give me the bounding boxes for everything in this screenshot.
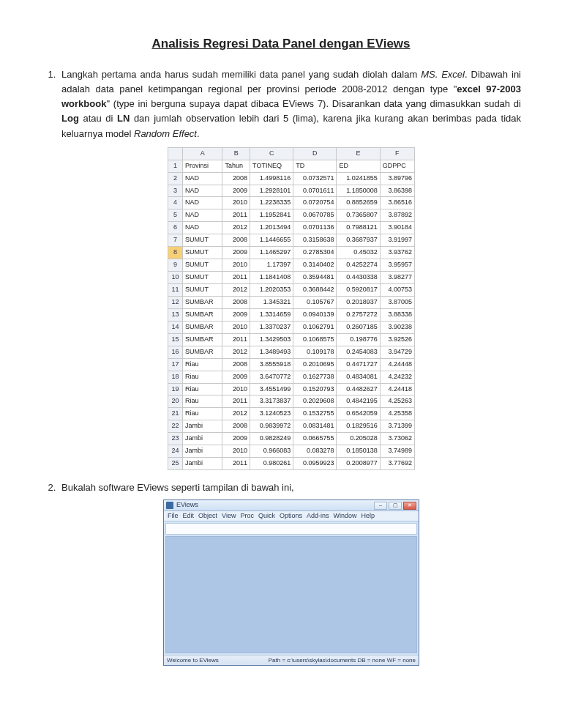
field-header: ED	[337, 160, 380, 172]
cell: 3.77692	[380, 458, 414, 470]
cell: 0.4482627	[337, 383, 380, 395]
excel-figure: ABCDEF 1ProvinsiTahunTOTINEQTDEDGDPPC2NA…	[168, 147, 415, 470]
cell: 0.4842195	[337, 395, 380, 408]
cell: 0.1532755	[293, 408, 337, 420]
cell: 0.0831481	[293, 420, 337, 433]
row-number: 22	[168, 420, 183, 433]
window-buttons: – ▢ ✕	[374, 502, 416, 510]
cell: 0.4834081	[337, 371, 380, 383]
cell: 4.24232	[380, 371, 414, 383]
menu-item[interactable]: Quick	[258, 511, 275, 521]
cell: 2011	[222, 209, 250, 222]
cell: 0.0670785	[293, 209, 337, 222]
cell: SUMUT	[183, 247, 222, 259]
cell: 0.7365807	[337, 209, 380, 222]
field-header: GDPPC	[380, 160, 414, 172]
cell: Riau	[183, 371, 222, 383]
cell: 3.87892	[380, 209, 414, 222]
cell: 2011	[222, 458, 250, 470]
cell: Riau	[183, 395, 222, 408]
column-header	[168, 147, 183, 160]
eviews-command-bar[interactable]	[165, 523, 417, 535]
cell: NAD	[183, 185, 222, 197]
menu-item[interactable]: File	[168, 511, 179, 521]
cell: 2010	[222, 383, 250, 395]
cell: 2009	[222, 308, 250, 321]
cell: 4.25358	[380, 408, 414, 420]
cell: 0.1520793	[293, 383, 337, 395]
row-number: 14	[168, 321, 183, 333]
cell: 1.2020353	[250, 284, 293, 297]
cell: 2008	[222, 234, 250, 247]
cell: 3.92526	[380, 333, 414, 346]
cell: 2012	[222, 284, 250, 297]
cell: Jambi	[183, 433, 222, 445]
menu-item[interactable]: Add-ins	[307, 511, 329, 521]
cell: 0.2454083	[337, 346, 380, 358]
status-right: Path = c:\users\skylas\documents DB = no…	[269, 656, 416, 665]
row-number: 11	[168, 284, 183, 297]
minimize-button[interactable]: –	[374, 502, 387, 510]
eviews-titlebar: EViews – ▢ ✕	[164, 500, 419, 511]
row-number: 16	[168, 346, 183, 358]
column-header: F	[380, 147, 414, 160]
field-header: Tahun	[222, 160, 250, 172]
cell: 3.4551499	[250, 383, 293, 395]
cell: 3.94729	[380, 346, 414, 358]
row-number: 6	[168, 222, 183, 234]
menu-item[interactable]: Window	[333, 511, 356, 521]
cell: Jambi	[183, 458, 222, 470]
row-number: 23	[168, 433, 183, 445]
menu-item[interactable]: Proc	[240, 511, 254, 521]
cell: 2008	[222, 358, 250, 371]
menu-item[interactable]: Options	[280, 511, 302, 521]
menu-item[interactable]: Object	[198, 511, 217, 521]
cell: 2010	[222, 321, 250, 333]
menu-item[interactable]: Help	[361, 511, 375, 521]
row-number: 12	[168, 296, 183, 308]
cell: SUMBAR	[183, 346, 222, 358]
cell: Jambi	[183, 445, 222, 458]
cell: 2011	[222, 272, 250, 284]
cell: 0.2018937	[337, 296, 380, 308]
cell: SUMBAR	[183, 308, 222, 321]
menu-item[interactable]: Edit	[183, 511, 195, 521]
cell: 0.2010695	[293, 358, 337, 371]
cell: Riau	[183, 408, 222, 420]
row-number: 25	[168, 458, 183, 470]
cell: 2009	[222, 247, 250, 259]
row-number: 24	[168, 445, 183, 458]
cell: 0.2029608	[293, 395, 337, 408]
cell: 4.24448	[380, 358, 414, 371]
maximize-button[interactable]: ▢	[389, 502, 402, 510]
cell: 3.93762	[380, 247, 414, 259]
column-header: D	[293, 147, 337, 160]
cell: 0.1627738	[293, 371, 337, 383]
cell: 0.0732571	[293, 172, 337, 185]
row-number: 20	[168, 395, 183, 408]
cell: 3.71399	[380, 420, 414, 433]
menu-item[interactable]: View	[222, 511, 236, 521]
cell: 2010	[222, 197, 250, 209]
cell: 1.3370237	[250, 321, 293, 333]
cell: 0.7988121	[337, 222, 380, 234]
cell: 2012	[222, 408, 250, 420]
cell: 3.98277	[380, 272, 414, 284]
row-number: 3	[168, 185, 183, 197]
cell: 0.0959923	[293, 458, 337, 470]
cell: 0.3140402	[293, 259, 337, 272]
step-2-text: Bukalah software EViews seperti tampilan…	[61, 482, 294, 493]
cell: 0.2785304	[293, 247, 337, 259]
cell: 1.3314659	[250, 308, 293, 321]
cell: 1.2928101	[250, 185, 293, 197]
step-1: Langkah pertama anda harus sudah memilik…	[59, 67, 521, 470]
cell: NAD	[183, 222, 222, 234]
steps-list: Langkah pertama anda harus sudah memilik…	[41, 67, 521, 666]
row-number: 21	[168, 408, 183, 420]
cell: 0.1062791	[293, 321, 337, 333]
cell: 1.0241855	[337, 172, 380, 185]
row-number: 18	[168, 371, 183, 383]
close-button[interactable]: ✕	[403, 502, 416, 510]
cell: NAD	[183, 209, 222, 222]
cell: 3.86516	[380, 197, 414, 209]
